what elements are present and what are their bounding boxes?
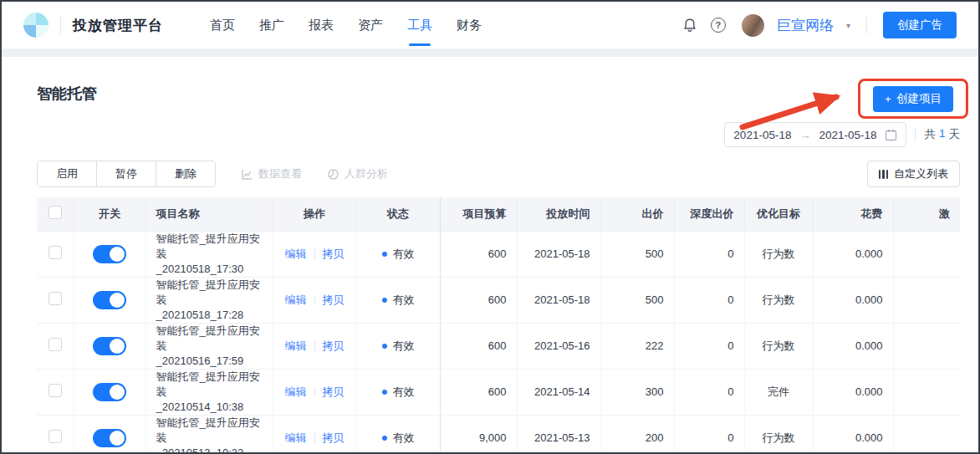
pause-button[interactable]: 暂停 — [97, 161, 156, 186]
copy-link[interactable]: 拷贝 — [323, 293, 345, 306]
top-bar-divider — [866, 17, 867, 33]
data-view-button[interactable]: 数据查看 — [241, 166, 302, 181]
copy-link[interactable]: 拷贝 — [323, 339, 345, 352]
help-icon[interactable]: ? — [711, 18, 726, 33]
col-header-budget: 项目预算 — [440, 197, 517, 231]
create-ad-button[interactable]: 创建广告 — [883, 12, 957, 38]
bid-cell: 500 — [600, 277, 674, 323]
calendar-icon — [885, 129, 897, 141]
edit-link[interactable]: 编辑 — [285, 431, 307, 444]
status-label: 有效 — [393, 293, 415, 306]
app-window: 投放管理平台 首页 推广 报表 资产 工具 财务 ? 巨宣网络 ▾ 创建广告 智… — [0, 0, 980, 454]
cost-cell: 0.000 — [813, 369, 893, 415]
row-checkbox[interactable] — [48, 384, 62, 397]
goal-cell: 行为数 — [744, 231, 813, 277]
cost-cell: 0.000 — [813, 323, 893, 369]
bulk-action-group: 启用 暂停 删除 — [37, 161, 216, 187]
table-row: 智能托管_提升应用安装_20210516_17:59 编辑拷贝 有效 600 2… — [37, 323, 960, 369]
cost-cell: 0.000 — [813, 415, 893, 454]
col-header-switch: 开关 — [74, 197, 145, 231]
row-toggle-switch[interactable] — [93, 245, 126, 263]
status-dot — [382, 252, 387, 257]
pie-chart-icon — [327, 168, 339, 181]
avatar[interactable] — [742, 14, 764, 37]
bid-cell: 500 — [600, 231, 674, 277]
nav-item-finance[interactable]: 财务 — [457, 2, 482, 48]
project-name: 智能托管_提升应用安装_20210516_17:59 — [156, 324, 263, 369]
schedule-cell: 2021-05-16 — [517, 323, 600, 369]
nav-item-home[interactable]: 首页 — [210, 2, 235, 48]
status-label: 有效 — [393, 247, 415, 260]
annotation-highlight-box: + 创建项目 — [858, 79, 968, 119]
table-row: 智能托管_提升应用安装_20210518_17:28 编辑拷贝 有效 600 2… — [37, 277, 960, 323]
bid-cell: 300 — [600, 369, 674, 415]
nav-item-reports[interactable]: 报表 — [309, 2, 334, 48]
line-chart-icon — [241, 168, 253, 181]
deep-bid-cell: 0 — [674, 323, 744, 369]
copy-link[interactable]: 拷贝 — [323, 385, 345, 398]
projects-table: 开关 项目名称 操作 状态 项目预算 投放时间 出价 深度出价 优化目标 花费 … — [37, 197, 960, 454]
budget-cell: 600 — [440, 369, 517, 415]
schedule-cell: 2021-05-13 — [517, 415, 600, 454]
status-dot — [382, 298, 387, 303]
create-project-button[interactable]: + 创建项目 — [873, 86, 953, 112]
status-label: 有效 — [393, 431, 415, 444]
audience-analysis-button[interactable]: 人群分析 — [327, 166, 388, 181]
table-row: 智能托管_提升应用安装_20210513_10:32 编辑拷贝 有效 9,000… — [37, 415, 960, 454]
deep-bid-cell: 0 — [674, 369, 744, 415]
table-row: 智能托管_提升应用安装_20210514_10:38 编辑拷贝 有效 600 2… — [37, 369, 960, 415]
schedule-cell: 2021-05-18 — [517, 231, 600, 277]
row-checkbox[interactable] — [48, 246, 62, 259]
top-bar: 投放管理平台 首页 推广 报表 资产 工具 财务 ? 巨宣网络 ▾ 创建广告 — [2, 2, 978, 48]
nav-item-promotion[interactable]: 推广 — [259, 2, 284, 48]
total-days-label: 共1天 — [924, 127, 960, 142]
col-header-goal: 优化目标 — [744, 197, 813, 231]
annotation-arrow-icon — [738, 84, 855, 132]
col-header-project-name: 项目名称 — [145, 197, 273, 231]
main-content: 智能托管 + 创建项目 2021-05-18 → 2021-05-18 — [2, 57, 978, 454]
row-toggle-switch[interactable] — [93, 383, 126, 401]
copy-link[interactable]: 拷贝 — [323, 247, 345, 260]
edit-link[interactable]: 编辑 — [285, 293, 307, 306]
deep-bid-cell: 0 — [674, 231, 744, 277]
row-checkbox[interactable] — [48, 292, 62, 305]
row-checkbox[interactable] — [48, 338, 62, 351]
goal-cell: 行为数 — [744, 277, 813, 323]
col-header-actions: 操作 — [273, 197, 356, 231]
chevron-down-icon[interactable]: ▾ — [846, 21, 850, 30]
top-right-cluster: ? 巨宣网络 ▾ 创建广告 — [681, 12, 957, 38]
project-name: 智能托管_提升应用安装_20210518_17:30 — [156, 232, 263, 277]
bid-cell: 222 — [600, 323, 674, 369]
project-name: 智能托管_提升应用安装_20210518_17:28 — [156, 278, 263, 323]
project-name: 智能托管_提升应用安装_20210513_10:32 — [156, 416, 263, 454]
copy-link[interactable]: 拷贝 — [323, 431, 345, 444]
status-dot — [382, 436, 387, 441]
nav-item-tools[interactable]: 工具 — [407, 2, 432, 48]
bid-cell: 200 — [600, 415, 674, 454]
create-project-label: 创建项目 — [896, 91, 942, 106]
columns-icon — [879, 170, 889, 179]
nav-item-assets[interactable]: 资产 — [358, 2, 383, 48]
brand-area: 投放管理平台 — [23, 13, 163, 38]
edit-link[interactable]: 编辑 — [285, 339, 307, 352]
row-toggle-switch[interactable] — [93, 291, 126, 309]
edit-link[interactable]: 编辑 — [285, 247, 307, 260]
goal-cell: 行为数 — [744, 323, 813, 369]
bell-icon[interactable] — [681, 17, 698, 33]
account-name[interactable]: 巨宣网络 — [777, 16, 834, 35]
row-toggle-switch[interactable] — [93, 429, 126, 447]
row-toggle-switch[interactable] — [93, 337, 126, 355]
select-all-checkbox[interactable] — [48, 206, 62, 219]
app-title: 投放管理平台 — [73, 16, 163, 35]
budget-cell: 600 — [440, 323, 517, 369]
custom-columns-button[interactable]: 自定义列表 — [867, 161, 961, 187]
toolbar: 启用 暂停 删除 数据查看 人群分析 自定义列表 — [37, 161, 960, 187]
table-row: 智能托管_提升应用安装_20210518_17:30 编辑拷贝 有效 600 2… — [37, 231, 960, 277]
enable-button[interactable]: 启用 — [38, 161, 97, 186]
deep-bid-cell: 0 — [674, 277, 744, 323]
delete-button[interactable]: 删除 — [156, 161, 215, 186]
date-divider — [915, 127, 916, 142]
status-label: 有效 — [393, 339, 415, 352]
row-checkbox[interactable] — [48, 430, 62, 443]
edit-link[interactable]: 编辑 — [285, 385, 307, 398]
